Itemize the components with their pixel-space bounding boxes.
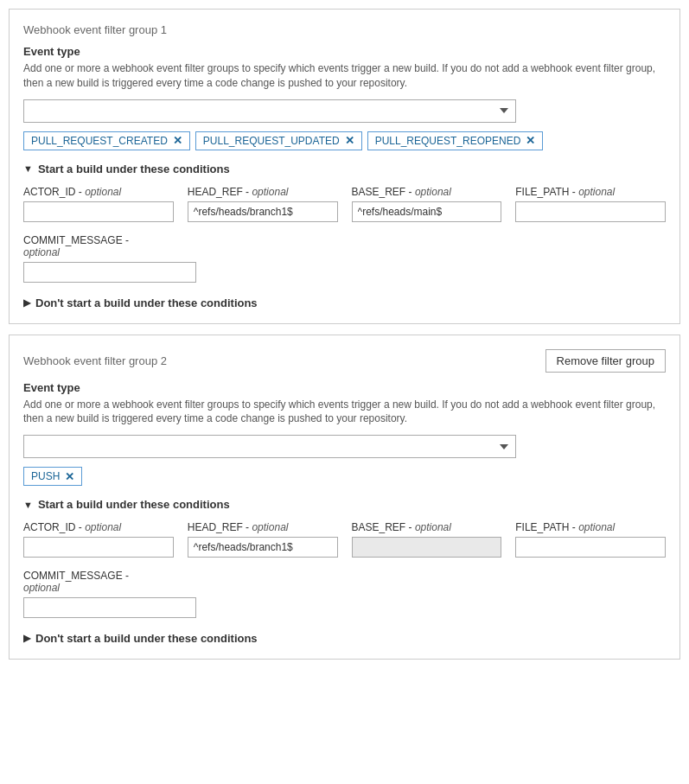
filter-group-1-title: Webhook event filter group 1 bbox=[23, 23, 167, 36]
tag-pull-request-created: PULL_REQUEST_CREATED ✕ bbox=[23, 131, 190, 150]
actor-id-input-1[interactable] bbox=[23, 201, 174, 222]
file-path-input-2[interactable] bbox=[515, 537, 666, 558]
file-path-label-2: FILE_PATH - optional bbox=[515, 521, 666, 533]
filter-group-1-header: Webhook event filter group 1 bbox=[23, 23, 666, 36]
tag-label: PULL_REQUEST_CREATED bbox=[31, 135, 168, 147]
head-ref-field-1: HEAD_REF - optional bbox=[188, 186, 338, 222]
tag-pull-request-updated: PULL_REQUEST_UPDATED ✕ bbox=[195, 131, 362, 150]
event-type-label-2: Event type bbox=[23, 381, 666, 394]
actor-id-field-1: ACTOR_ID - optional bbox=[23, 186, 174, 222]
start-build-section-1: ▼ Start a build under these conditions A… bbox=[23, 163, 666, 283]
head-ref-input-1[interactable] bbox=[188, 201, 338, 222]
remove-filter-group-button[interactable]: Remove filter group bbox=[545, 349, 666, 373]
file-path-input-1[interactable] bbox=[515, 201, 666, 222]
collapse-triangle-down-2: ▼ bbox=[23, 500, 33, 510]
actor-id-field-2: ACTOR_ID - optional bbox=[23, 521, 174, 558]
tag-pull-request-reopened: PULL_REQUEST_REOPENED ✕ bbox=[367, 131, 544, 150]
commit-message-label-2: COMMIT_MESSAGE - optional bbox=[23, 570, 196, 594]
collapse-triangle-right-2: ▶ bbox=[23, 633, 30, 644]
base-ref-input-2[interactable] bbox=[352, 537, 502, 558]
start-build-label-1: Start a build under these conditions bbox=[38, 163, 230, 175]
head-ref-field-2: HEAD_REF - optional bbox=[188, 521, 338, 558]
start-build-header-2[interactable]: ▼ Start a build under these conditions bbox=[23, 498, 666, 511]
page-container: Webhook event filter group 1 Event type … bbox=[0, 0, 689, 679]
file-path-field-1: FILE_PATH - optional bbox=[515, 186, 666, 222]
commit-message-input-1[interactable] bbox=[23, 262, 196, 283]
tag-remove-push[interactable]: ✕ bbox=[65, 471, 74, 482]
collapse-triangle-down-1: ▼ bbox=[23, 163, 33, 174]
filter-group-2: Webhook event filter group 2 Remove filt… bbox=[9, 335, 680, 660]
dont-start-header-2[interactable]: ▶ Don't start a build under these condit… bbox=[23, 632, 666, 645]
base-ref-label-2: BASE_REF - optional bbox=[352, 521, 502, 533]
actor-id-label-1: ACTOR_ID - optional bbox=[23, 186, 174, 198]
event-type-dropdown-1[interactable] bbox=[23, 99, 516, 123]
tag-remove-pull-request-updated[interactable]: ✕ bbox=[345, 135, 354, 146]
tag-label: PULL_REQUEST_REOPENED bbox=[375, 135, 521, 147]
tag-remove-pull-request-reopened[interactable]: ✕ bbox=[526, 135, 535, 146]
tag-label: PULL_REQUEST_UPDATED bbox=[203, 135, 340, 147]
event-type-desc-1: Add one or more a webhook event filter g… bbox=[23, 61, 666, 91]
tags-container-2: PUSH ✕ bbox=[23, 467, 666, 486]
start-build-section-2: ▼ Start a build under these conditions A… bbox=[23, 498, 666, 618]
actor-id-label-2: ACTOR_ID - optional bbox=[23, 521, 174, 533]
filter-group-1: Webhook event filter group 1 Event type … bbox=[9, 9, 680, 324]
actor-id-input-2[interactable] bbox=[23, 537, 174, 558]
collapse-triangle-right-1: ▶ bbox=[23, 297, 30, 309]
dont-start-label-2: Don't start a build under these conditio… bbox=[35, 632, 258, 645]
tags-container-1: PULL_REQUEST_CREATED ✕ PULL_REQUEST_UPDA… bbox=[23, 131, 666, 150]
fields-grid-2: ACTOR_ID - optional HEAD_REF - optional … bbox=[23, 521, 666, 558]
tag-label: PUSH bbox=[31, 470, 60, 482]
commit-message-input-2[interactable] bbox=[23, 597, 196, 618]
event-type-desc-2: Add one or more a webhook event filter g… bbox=[23, 398, 666, 427]
base-ref-input-1[interactable] bbox=[352, 201, 502, 222]
start-build-header-1[interactable]: ▼ Start a build under these conditions bbox=[23, 163, 666, 175]
tag-remove-pull-request-created[interactable]: ✕ bbox=[173, 135, 182, 146]
commit-message-label-1: COMMIT_MESSAGE - optional bbox=[23, 234, 196, 258]
start-build-label-2: Start a build under these conditions bbox=[38, 498, 230, 511]
event-type-label-1: Event type bbox=[23, 45, 666, 58]
commit-message-field-2: COMMIT_MESSAGE - optional bbox=[23, 570, 196, 618]
base-ref-label-1: BASE_REF - optional bbox=[352, 186, 502, 198]
dont-start-header-1[interactable]: ▶ Don't start a build under these condit… bbox=[23, 296, 666, 309]
file-path-label-1: FILE_PATH - optional bbox=[515, 186, 666, 198]
filter-group-2-header: Webhook event filter group 2 Remove filt… bbox=[23, 349, 666, 373]
tag-push: PUSH ✕ bbox=[23, 467, 82, 486]
head-ref-label-2: HEAD_REF - optional bbox=[188, 521, 338, 533]
base-ref-field-1: BASE_REF - optional bbox=[352, 186, 502, 222]
fields-grid-1: ACTOR_ID - optional HEAD_REF - optional … bbox=[23, 186, 666, 222]
head-ref-input-2[interactable] bbox=[188, 537, 338, 558]
file-path-field-2: FILE_PATH - optional bbox=[515, 521, 666, 558]
base-ref-field-2: BASE_REF - optional bbox=[352, 521, 502, 558]
head-ref-label-1: HEAD_REF - optional bbox=[188, 186, 338, 198]
event-type-dropdown-2[interactable] bbox=[23, 435, 516, 458]
filter-group-2-title: Webhook event filter group 2 bbox=[23, 354, 167, 367]
commit-message-field-1: COMMIT_MESSAGE - optional bbox=[23, 234, 196, 283]
dont-start-label-1: Don't start a build under these conditio… bbox=[35, 296, 258, 309]
